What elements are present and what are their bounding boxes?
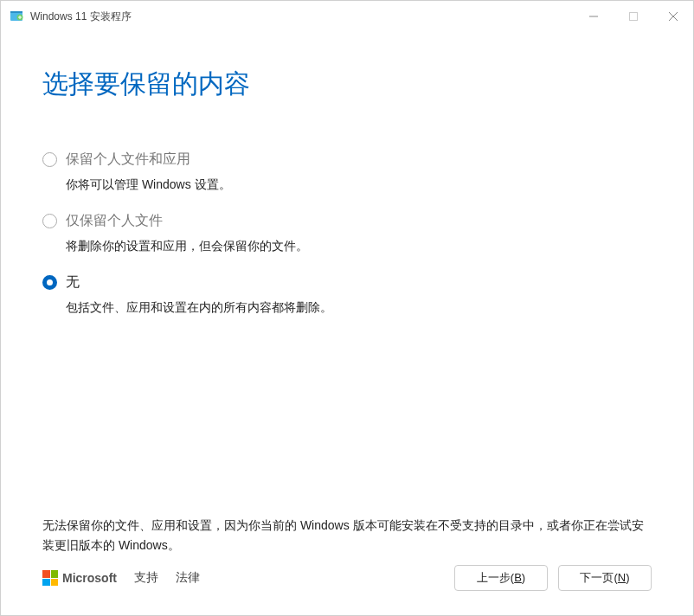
back-button[interactable]: 上一步(B) — [454, 565, 548, 591]
installer-window: Windows 11 安装程序 选择要保留的内容 保留个人文件和应用 你将可以管… — [0, 0, 694, 616]
next-button[interactable]: 下一页(N) — [558, 565, 652, 591]
titlebar-title: Windows 11 安装程序 — [30, 10, 574, 24]
footer: Microsoft 支持 法律 上一步(B) 下一页(N) — [1, 565, 693, 615]
titlebar: Windows 11 安装程序 — [1, 1, 693, 32]
maximize-button — [614, 3, 653, 30]
legal-link[interactable]: 法律 — [176, 570, 200, 586]
option-keep-files-apps: 保留个人文件和应用 你将可以管理 Windows 设置。 — [42, 151, 652, 193]
radio-icon — [42, 275, 57, 290]
option-label: 无 — [66, 273, 80, 292]
options-group: 保留个人文件和应用 你将可以管理 Windows 设置。 仅保留个人文件 将删除… — [42, 151, 652, 316]
next-button-label: 下一页(N) — [580, 570, 629, 586]
close-button[interactable] — [653, 3, 693, 30]
footer-left: Microsoft 支持 法律 — [42, 570, 437, 586]
option-label: 仅保留个人文件 — [66, 212, 163, 230]
svg-rect-4 — [630, 13, 638, 21]
spacer — [42, 316, 652, 516]
microsoft-logo-icon — [42, 570, 58, 586]
content-area: 选择要保留的内容 保留个人文件和应用 你将可以管理 Windows 设置。 仅保… — [1, 32, 693, 565]
microsoft-logo: Microsoft — [42, 570, 117, 586]
warning-note: 无法保留你的文件、应用和设置，因为你当前的 Windows 版本可能安装在不受支… — [42, 516, 652, 555]
back-button-label: 上一步(B) — [477, 570, 525, 586]
option-header: 保留个人文件和应用 — [42, 151, 652, 169]
option-label: 保留个人文件和应用 — [66, 151, 190, 169]
radio-icon — [42, 152, 57, 167]
option-header: 仅保留个人文件 — [42, 212, 652, 230]
option-desc: 将删除你的设置和应用，但会保留你的文件。 — [66, 239, 652, 254]
support-link[interactable]: 支持 — [134, 570, 158, 586]
microsoft-label: Microsoft — [62, 571, 117, 585]
option-keep-files-only: 仅保留个人文件 将删除你的设置和应用，但会保留你的文件。 — [42, 212, 652, 254]
footer-buttons: 上一步(B) 下一页(N) — [454, 565, 652, 591]
minimize-button[interactable] — [574, 3, 614, 30]
svg-rect-1 — [10, 11, 22, 13]
radio-icon — [42, 214, 57, 228]
titlebar-controls — [574, 3, 693, 30]
app-icon — [10, 10, 23, 23]
option-desc: 你将可以管理 Windows 设置。 — [66, 177, 652, 193]
option-nothing[interactable]: 无 包括文件、应用和设置在内的所有内容都将删除。 — [42, 273, 652, 316]
option-header: 无 — [42, 273, 652, 292]
option-desc: 包括文件、应用和设置在内的所有内容都将删除。 — [66, 300, 652, 316]
page-title: 选择要保留的内容 — [42, 67, 652, 102]
